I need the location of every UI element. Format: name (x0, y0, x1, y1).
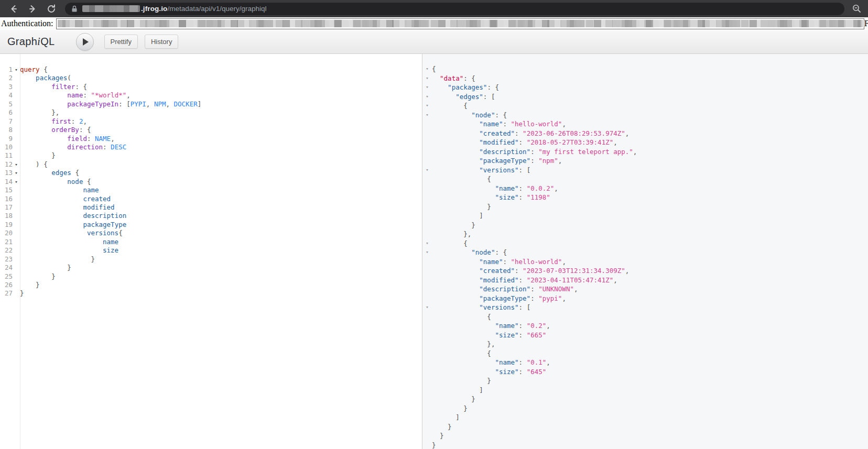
fold-gutter (422, 349, 432, 358)
fold-gutter (422, 202, 432, 212)
query-editor[interactable]: 1▾query {2 packages(3 filter: {4 name: "… (0, 54, 422, 449)
fold-arrow-icon[interactable]: ▾ (422, 303, 432, 312)
fold-gutter (422, 193, 432, 202)
code-text: orderBy: { (20, 126, 91, 134)
fold-arrow-icon[interactable]: ▾ (422, 248, 432, 257)
query-code-line[interactable]: 11 } (0, 151, 422, 160)
query-code-line[interactable]: 12▾ ) { (0, 160, 422, 169)
result-code-line: ▾ "data": { (422, 74, 868, 83)
code-text: "versions": [ (432, 303, 530, 312)
line-number: 7 (0, 117, 13, 126)
fold-arrow-icon[interactable]: ▾ (422, 111, 432, 120)
query-code-line[interactable]: 19 packageType (0, 221, 422, 229)
fold-gutter (13, 135, 20, 143)
query-code-line[interactable]: 24 } (0, 264, 422, 272)
authentication-row: Authentication: F (0, 17, 868, 30)
line-number: 3 (0, 83, 13, 91)
reload-icon[interactable] (46, 4, 57, 14)
query-code-line[interactable]: 25 } (0, 272, 422, 281)
result-code-line: "size": "645" (422, 367, 868, 377)
execute-query-button[interactable] (76, 33, 94, 51)
result-code-line: ] (422, 413, 868, 422)
fold-gutter (422, 422, 432, 432)
result-code-line: "description": "UNKNOWN", (422, 284, 868, 294)
fold-gutter (422, 211, 432, 221)
query-code-line[interactable]: 26 } (0, 281, 422, 289)
graphiql-logo: GraphiQL (7, 35, 55, 48)
fold-gutter (13, 186, 20, 194)
result-code-line: } (422, 395, 868, 404)
query-code-line[interactable]: 15 name (0, 186, 422, 194)
code-text: "modified": "2023-04-11T05:47:41Z", (432, 276, 617, 285)
address-bar[interactable]: .jfrog.io /metadata/api/v1/query/graphiq… (65, 3, 844, 15)
query-code-line[interactable]: 4 name: "*world*", (0, 91, 422, 100)
query-code-line[interactable]: 7 first: 2, (0, 117, 422, 126)
query-code-line[interactable]: 13▾ edges { (0, 169, 422, 177)
query-code-line[interactable]: 22 size (0, 246, 422, 255)
query-code-line[interactable]: 6 }, (0, 108, 422, 117)
code-text: "size": "665" (432, 331, 546, 340)
code-text: } (432, 395, 475, 404)
code-text: } (20, 264, 71, 272)
fold-arrow-icon[interactable]: ▾ (422, 64, 432, 74)
line-number: 6 (0, 108, 13, 117)
fold-arrow-icon[interactable]: ▾ (13, 169, 20, 177)
fold-gutter (422, 431, 432, 441)
fold-arrow-icon[interactable]: ▾ (13, 65, 20, 74)
query-code-line[interactable]: 2 packages( (0, 74, 422, 82)
query-code-line[interactable]: 10 direction: DESC (0, 143, 422, 151)
line-number: 1 (0, 65, 13, 74)
query-code-line[interactable]: 18 description (0, 212, 422, 220)
code-text: "packageType": "npm", (432, 156, 562, 166)
query-code-line[interactable]: 23 } (0, 255, 422, 264)
query-code-line[interactable]: 16 created (0, 195, 422, 203)
fold-arrow-icon[interactable]: ▾ (422, 101, 432, 111)
query-code-line[interactable]: 27} (0, 289, 422, 298)
history-button[interactable]: History (145, 35, 178, 49)
fold-gutter (13, 91, 20, 100)
fold-arrow-icon[interactable]: ▾ (422, 74, 432, 83)
query-code-line[interactable]: 5 packageTypeIn: [PYPI, NPM, DOCKER] (0, 100, 422, 108)
code-text: "created": "2023-06-26T08:29:53.974Z", (432, 129, 629, 138)
result-code-line: ▾ "versions": [ (422, 166, 868, 175)
auth-token-input[interactable] (56, 18, 864, 29)
fold-arrow-icon[interactable]: ▾ (13, 178, 20, 186)
logo-text: Graph (7, 36, 37, 47)
fold-gutter (422, 340, 432, 349)
query-code-line[interactable]: 14▾ node { (0, 178, 422, 186)
line-number: 12 (0, 160, 13, 169)
result-code-line: ▾ "node": { (422, 248, 868, 257)
query-code-line[interactable]: 1▾query { (0, 65, 422, 74)
authentication-label: Authentication: (1, 19, 53, 28)
code-text: created (20, 195, 111, 203)
line-number: 15 (0, 186, 13, 194)
fold-arrow-icon[interactable]: ▾ (13, 160, 20, 169)
code-text: "created": "2023-07-03T12:31:34.309Z", (432, 266, 629, 276)
query-code-line[interactable]: 8 orderBy: { (0, 126, 422, 134)
query-code-line[interactable]: 17 modified (0, 203, 422, 212)
query-code-line[interactable]: 9 field: NAME, (0, 135, 422, 143)
zoom-icon[interactable] (852, 4, 862, 14)
code-text: }, (20, 108, 59, 117)
fold-arrow-icon[interactable]: ▾ (422, 83, 432, 92)
query-code-line[interactable]: 21 name (0, 238, 422, 246)
lock-icon[interactable] (71, 5, 78, 13)
query-code-line[interactable]: 20 versions{ (0, 229, 422, 237)
line-number: 16 (0, 195, 13, 203)
back-icon[interactable] (8, 4, 19, 14)
fold-gutter (13, 246, 20, 255)
fold-arrow-icon[interactable]: ▾ (422, 239, 432, 248)
forward-icon[interactable] (27, 4, 38, 14)
code-text: "size": "645" (432, 367, 546, 377)
code-text: "data": { (432, 74, 475, 83)
fold-gutter (422, 266, 432, 276)
prettify-button[interactable]: Prettify (104, 35, 138, 49)
query-code-line[interactable]: 3 filter: { (0, 83, 422, 91)
fold-arrow-icon[interactable]: ▾ (422, 166, 432, 175)
fold-gutter (422, 404, 432, 413)
fold-gutter (422, 276, 432, 285)
result-code-line: "packageType": "npm", (422, 156, 868, 166)
result-code-line: "name": "hello-world", (422, 257, 868, 267)
fold-arrow-icon[interactable]: ▾ (422, 92, 432, 102)
code-text: { (432, 239, 468, 248)
